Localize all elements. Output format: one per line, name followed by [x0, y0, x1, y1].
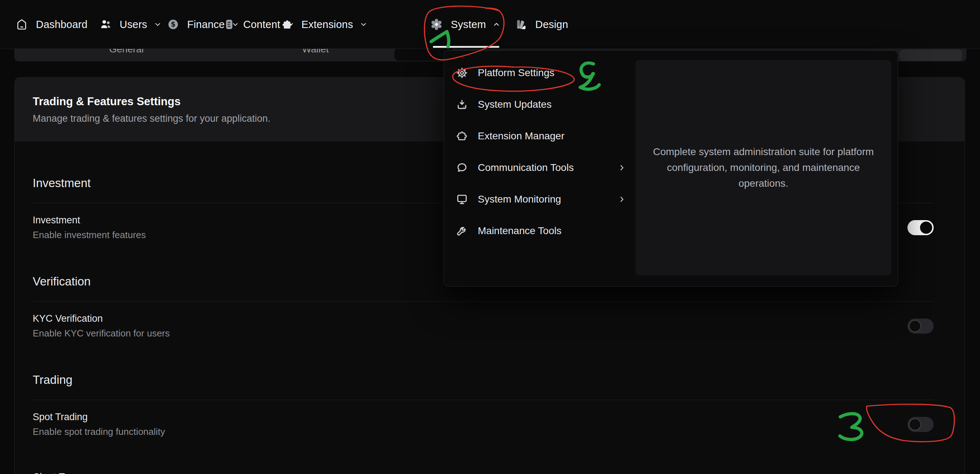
- setting-row-kyc: KYC Verification Enable KYC verification…: [33, 313, 934, 339]
- dollar-circle-icon: $: [167, 18, 180, 31]
- setting-title-chart-type: Chart Type: [33, 471, 934, 474]
- setting-text: KYC Verification Enable KYC verification…: [33, 313, 170, 339]
- nav-label: Users: [119, 19, 147, 30]
- chat-bubble-icon: [455, 161, 468, 174]
- investment-toggle[interactable]: [907, 220, 934, 235]
- nav-label: Content: [243, 19, 280, 30]
- toggle-thumb: [909, 418, 921, 431]
- menu-item-maintenance-tools[interactable]: Maintenance Tools: [450, 215, 635, 247]
- nav-label: System: [451, 19, 486, 30]
- chevron-right-icon: [617, 163, 626, 172]
- divider: [33, 301, 934, 302]
- menu-item-extension-manager[interactable]: Extension Manager: [450, 120, 635, 152]
- setting-text: Investment Enable investment features: [33, 215, 146, 240]
- chevron-down-icon: [359, 20, 368, 29]
- system-menu-description: Complete system administration suite for…: [645, 144, 882, 191]
- download-tray-icon: [455, 98, 468, 111]
- tab-active-indicator[interactable]: [899, 49, 962, 61]
- menu-item-label: System Updates: [478, 99, 626, 110]
- system-dropdown-menu: Platform Settings System Updates Extensi…: [444, 50, 898, 286]
- setting-title: Investment: [33, 215, 146, 226]
- svg-text:$: $: [171, 21, 175, 28]
- setting-subtitle: Enable investment features: [33, 229, 146, 240]
- puzzle-outline-icon: [455, 130, 468, 143]
- admin-settings-screen: General Wallet Trading & Features Settin…: [0, 0, 980, 474]
- users-icon: [99, 18, 112, 31]
- menu-item-label: Platform Settings: [478, 67, 626, 79]
- nav-item-design[interactable]: Design: [515, 0, 568, 49]
- wrench-icon: [455, 224, 468, 237]
- monitor-icon: [455, 193, 468, 206]
- document-icon: [223, 18, 235, 31]
- toggle-thumb: [909, 320, 921, 332]
- gear-outline-icon: [455, 67, 468, 80]
- spot-trading-toggle[interactable]: [907, 417, 934, 432]
- setting-title: KYC Verification: [33, 313, 170, 324]
- kyc-toggle[interactable]: [907, 318, 934, 334]
- nav-label: Dashboard: [36, 19, 88, 30]
- nav-item-system[interactable]: System: [430, 0, 501, 49]
- chevron-down-icon: [153, 20, 162, 29]
- menu-item-system-monitoring[interactable]: System Monitoring: [450, 183, 635, 215]
- chevron-right-icon: [617, 195, 626, 204]
- system-menu-list: Platform Settings System Updates Extensi…: [450, 57, 635, 280]
- menu-item-label: System Monitoring: [478, 194, 608, 205]
- nav-item-dashboard[interactable]: Dashboard: [15, 0, 88, 49]
- setting-row-spot-trading: Spot Trading Enable spot trading functio…: [33, 412, 934, 437]
- nav-item-users[interactable]: Users: [99, 0, 162, 49]
- menu-item-label: Communication Tools: [478, 162, 608, 173]
- menu-item-label: Extension Manager: [478, 130, 626, 142]
- active-nav-indicator: [433, 46, 500, 48]
- nav-label: Finance: [187, 19, 225, 30]
- menu-item-communication-tools[interactable]: Communication Tools: [450, 152, 635, 183]
- menu-item-system-updates[interactable]: System Updates: [450, 89, 635, 120]
- top-nav: Dashboard Users $ Finance Content Extens…: [0, 0, 980, 49]
- menu-item-label: Maintenance Tools: [478, 225, 626, 237]
- setting-title: Spot Trading: [33, 412, 165, 423]
- puzzle-icon: [280, 18, 294, 31]
- nav-label: Extensions: [301, 19, 353, 30]
- home-icon: [15, 18, 29, 31]
- menu-item-platform-settings[interactable]: Platform Settings: [450, 57, 635, 89]
- setting-subtitle: Enable spot trading functionality: [33, 426, 165, 437]
- chevron-up-icon: [492, 20, 501, 29]
- gear-icon: [430, 17, 443, 31]
- divider: [33, 400, 934, 400]
- palette-icon: [515, 18, 528, 31]
- setting-subtitle: Enable KYC verification for users: [33, 328, 170, 339]
- nav-label: Design: [535, 19, 568, 30]
- section-heading-trading: Trading: [33, 373, 934, 387]
- nav-item-extensions[interactable]: Extensions: [280, 0, 368, 49]
- toggle-thumb: [920, 221, 932, 234]
- setting-text: Spot Trading Enable spot trading functio…: [33, 412, 165, 437]
- system-menu-description-panel: Complete system administration suite for…: [635, 60, 891, 275]
